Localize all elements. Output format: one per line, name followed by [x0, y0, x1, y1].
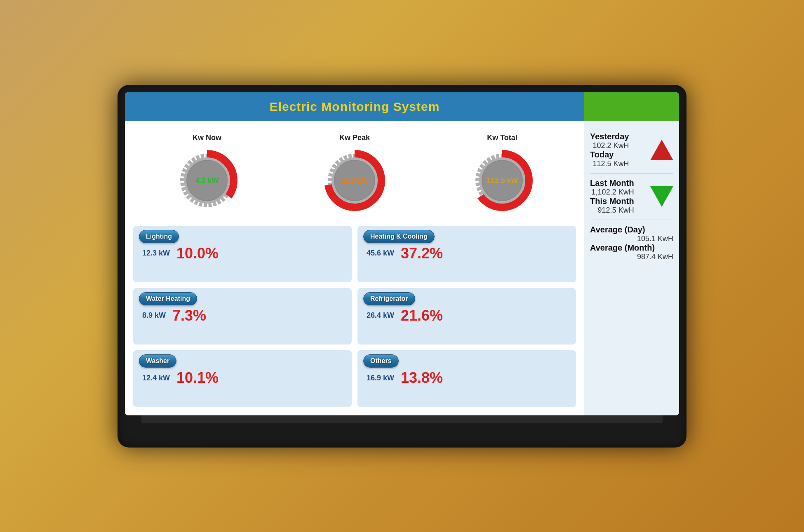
stats-averages: Average (Day) 105.1 KwH Average (Month) … [590, 220, 673, 266]
down-arrow-icon [650, 186, 673, 207]
item-washer-kw: 12.4 kW [142, 374, 170, 382]
item-heating-cooling-pct: 37.2% [401, 245, 443, 262]
screen: Electric Monitoring System Kw Now [125, 92, 679, 415]
item-refrigerator-kw: 26.4 kW [367, 311, 394, 320]
item-refrigerator-name: Refrigerator [370, 295, 408, 302]
monitor: Electric Monitoring System Kw Now [118, 85, 686, 448]
main-panel: Kw Now [125, 121, 584, 415]
avg-month-label: Average (Month) [590, 243, 673, 253]
monitor-stand [141, 415, 663, 423]
item-others-name: Others [370, 357, 392, 364]
item-lighting: Lighting 12.3 kW 10.0% [133, 226, 352, 282]
item-water-heating: Water Heating 8.9 kW 7.3% [133, 288, 352, 345]
gauge-now-value: 4.2 kW [195, 176, 219, 184]
gauge-total-dial: 112.5 kW [467, 145, 537, 216]
item-lighting-stats: 12.3 kW 10.0% [139, 245, 346, 262]
gauge-total-label: Kw Total [487, 134, 517, 142]
item-lighting-btn[interactable]: Lighting [139, 230, 179, 243]
item-washer-pct: 10.1% [176, 369, 219, 387]
stats-months: Last Month 1,102.2 KwH This Month 912.5 … [590, 173, 673, 220]
today-label: Today [590, 150, 629, 159]
item-water-heating-pct: 7.3% [172, 307, 206, 324]
content-area: Kw Now [125, 121, 679, 415]
gauge-now-inner: 4.2 kW [195, 176, 219, 185]
items-grid: Lighting 12.3 kW 10.0% Heating & Cooling [133, 226, 576, 407]
yesterday-col: Yesterday 102.2 KwH Today 112.5 KwH [590, 132, 629, 168]
header-title-bg: Electric Monitoring System [125, 92, 584, 121]
gauge-total-value: 112.5 kW [486, 176, 518, 184]
item-water-heating-stats: 8.9 kW 7.3% [139, 307, 346, 324]
item-others: Others 16.9 kW 13.8% [357, 350, 576, 407]
item-heating-cooling-stats: 45.6 kW 37.2% [363, 245, 570, 262]
item-washer-name: Washer [146, 357, 169, 364]
gauge-peak-inner: 12.5 kW [341, 176, 368, 185]
item-washer-btn[interactable]: Washer [139, 354, 176, 368]
yesterday-value: 102.2 KwH [590, 141, 629, 150]
last-month-label: Last Month [590, 178, 634, 188]
months-col: Last Month 1,102.2 KwH This Month 912.5 … [590, 178, 634, 215]
today-value: 112.5 KwH [590, 159, 629, 168]
item-refrigerator: Refrigerator 26.4 kW 21.6% [357, 288, 576, 345]
gauge-total-inner: 112.5 kW [486, 176, 518, 185]
this-month-value: 912.5 KwH [590, 206, 634, 215]
item-refrigerator-stats: 26.4 kW 21.6% [363, 307, 570, 324]
item-washer-stats: 12.4 kW 10.1% [139, 369, 346, 387]
item-others-btn[interactable]: Others [363, 354, 399, 368]
item-heating-cooling: Heating & Cooling 45.6 kW 37.2% [357, 226, 576, 282]
yesterday-row: Yesterday 102.2 KwH Today 112.5 KwH [590, 132, 673, 168]
item-others-kw: 16.9 kW [367, 374, 394, 382]
up-arrow-icon [650, 140, 673, 160]
gauge-kw-peak: Kw Peak 12.5 kW [320, 134, 390, 216]
gauge-peak-label: Kw Peak [339, 134, 370, 142]
gauge-now-dial: 4.2 kW [172, 145, 242, 216]
item-water-heating-name: Water Heating [146, 295, 190, 302]
avg-month-value: 987.4 KwH [590, 253, 673, 261]
app-title: Electric Monitoring System [270, 100, 440, 114]
avg-day-value: 105.1 KwH [590, 234, 673, 243]
item-washer: Washer 12.4 kW 10.1% [133, 350, 352, 407]
last-month-row: Last Month 1,102.2 KwH This Month 912.5 … [590, 178, 673, 215]
gauges-row: Kw Now [133, 129, 576, 222]
item-lighting-name: Lighting [146, 233, 172, 240]
header-green-bar [584, 92, 679, 121]
item-refrigerator-btn[interactable]: Refrigerator [363, 292, 415, 305]
last-month-value: 1,102.2 KwH [590, 188, 634, 197]
item-heating-cooling-btn[interactable]: Heating & Cooling [363, 230, 435, 243]
gauge-kw-now: Kw Now [172, 134, 242, 216]
item-others-stats: 16.9 kW 13.8% [363, 369, 570, 387]
item-heating-cooling-kw: 45.6 kW [367, 249, 394, 258]
right-panel: Yesterday 102.2 KwH Today 112.5 KwH Last… [584, 121, 679, 415]
avg-day-label: Average (Day) [590, 225, 673, 234]
item-heating-cooling-name: Heating & Cooling [370, 233, 428, 240]
gauge-kw-total: Kw Total 112.5 kW [467, 134, 537, 216]
this-month-label: This Month [590, 197, 634, 206]
gauge-now-label: Kw Now [193, 134, 221, 142]
gauge-peak-value: 12.5 kW [341, 176, 368, 184]
item-lighting-pct: 10.0% [176, 245, 219, 262]
item-water-heating-kw: 8.9 kW [142, 311, 166, 320]
item-refrigerator-pct: 21.6% [401, 307, 443, 324]
gauge-peak-dial: 12.5 kW [320, 145, 390, 216]
item-water-heating-btn[interactable]: Water Heating [139, 292, 197, 305]
stats-yesterday-today: Yesterday 102.2 KwH Today 112.5 KwH [590, 127, 673, 173]
item-lighting-kw: 12.3 kW [142, 249, 170, 258]
yesterday-label: Yesterday [590, 132, 629, 141]
item-others-pct: 13.8% [401, 369, 443, 387]
header-bar: Electric Monitoring System [125, 92, 679, 121]
